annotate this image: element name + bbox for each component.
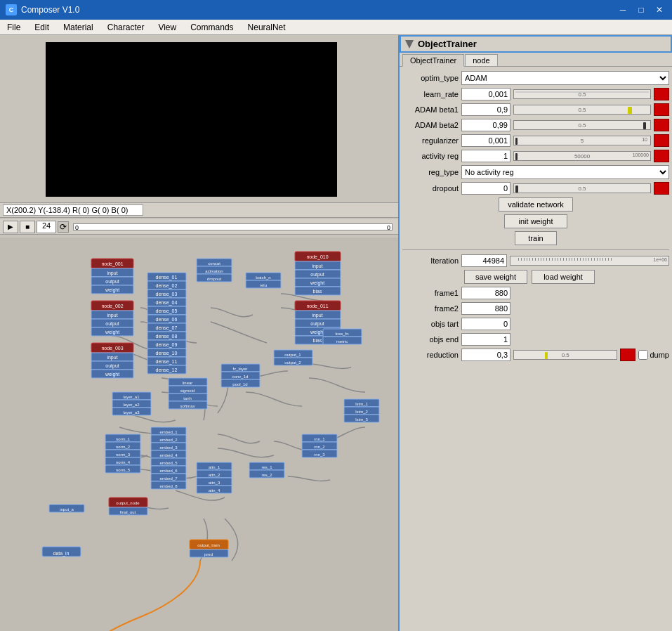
- menu-edit[interactable]: Edit: [27, 20, 56, 34]
- dropout-input[interactable]: [461, 182, 510, 195]
- reduction-slider[interactable]: 0.5: [513, 350, 617, 360]
- train-button[interactable]: train: [515, 231, 557, 245]
- frame2-label: frame2: [402, 304, 459, 313]
- reg-type-label: reg_type: [402, 168, 459, 176]
- regularizer-label: regularizer: [402, 136, 459, 145]
- reduction-input[interactable]: [461, 349, 510, 361]
- svg-text:dense_06: dense_06: [156, 317, 178, 323]
- regularizer-waveform-btn[interactable]: [654, 134, 669, 147]
- svg-text:dense_03: dense_03: [156, 292, 178, 297]
- svg-text:loss_fn: loss_fn: [335, 332, 348, 336]
- adam-beta2-input[interactable]: [461, 119, 510, 131]
- optim-type-select[interactable]: ADAM SGD RMSProp: [461, 71, 669, 85]
- svg-text:embed_7: embed_7: [159, 476, 178, 481]
- svg-text:embed_2: embed_2: [159, 438, 178, 442]
- adam-beta1-waveform-btn[interactable]: [654, 103, 669, 116]
- menu-commands[interactable]: Commands: [183, 20, 240, 34]
- activity-reg-waveform-btn[interactable]: [654, 150, 669, 162]
- timeline-bar[interactable]: 0 0: [73, 223, 393, 230]
- frame1-input[interactable]: [461, 287, 510, 299]
- activity-reg-input[interactable]: [461, 150, 510, 162]
- svg-text:output_node: output_node: [116, 501, 140, 505]
- svg-text:embed_5: embed_5: [159, 461, 178, 465]
- save-weight-button[interactable]: save weight: [464, 270, 527, 284]
- minimize-button[interactable]: ─: [616, 3, 630, 17]
- viewport[interactable]: [46, 42, 337, 197]
- svg-text:node_011: node_011: [306, 304, 328, 309]
- adam-beta2-slider[interactable]: 0.5: [513, 120, 651, 130]
- tab-node[interactable]: node: [465, 54, 497, 66]
- svg-text:output: output: [310, 321, 324, 327]
- svg-text:pred: pred: [204, 552, 213, 557]
- frame2-input[interactable]: [461, 302, 510, 315]
- objs-end-input[interactable]: [461, 333, 510, 346]
- optim-type-label: optim_type: [402, 74, 459, 82]
- learn-rate-input[interactable]: [461, 88, 510, 100]
- reg-type-row: reg_type No activity reg L1 L2 L1_L2: [402, 165, 669, 179]
- svg-text:embed_4: embed_4: [159, 453, 178, 457]
- svg-text:dense_09: dense_09: [156, 342, 178, 348]
- svg-text:res_1: res_1: [261, 465, 272, 469]
- svg-text:dropout: dropout: [207, 277, 222, 281]
- close-button[interactable]: ✕: [652, 3, 666, 17]
- menu-bar: File Edit Material Character View Comman…: [0, 20, 672, 35]
- iteration-row: Iteration 1e+06: [402, 254, 669, 267]
- stop-button[interactable]: ■: [20, 221, 35, 233]
- init-weight-button[interactable]: init weight: [504, 214, 567, 228]
- adam-beta1-input[interactable]: [461, 103, 510, 116]
- iteration-slider[interactable]: 1e+06: [510, 256, 669, 266]
- tab-objecttrainer[interactable]: ObjectTrainer: [402, 54, 464, 67]
- dropout-waveform-btn[interactable]: [654, 182, 669, 195]
- svg-text:softmax: softmax: [180, 404, 195, 408]
- dropout-slider[interactable]: 0.5: [513, 183, 651, 193]
- right-panel: ObjectTrainer ObjectTrainer node optim_t…: [398, 35, 672, 631]
- regularizer-slider[interactable]: 5 10: [513, 136, 651, 145]
- menu-material[interactable]: Material: [56, 20, 100, 34]
- panel-collapse-arrow[interactable]: [405, 40, 414, 48]
- objs-tart-label: objs tart: [402, 320, 459, 328]
- menu-neuralnet[interactable]: NeuralNet: [241, 20, 293, 34]
- svg-text:tanh: tanh: [183, 396, 192, 401]
- menu-file[interactable]: File: [0, 20, 27, 34]
- svg-text:bias: bias: [313, 338, 322, 343]
- reg-type-select[interactable]: No activity reg L1 L2 L1_L2: [461, 165, 669, 179]
- svg-text:dense_10: dense_10: [156, 351, 178, 356]
- dump-checkbox[interactable]: [638, 350, 648, 360]
- svg-text:norm_4: norm_4: [116, 460, 131, 464]
- frame-number[interactable]: 24: [37, 221, 56, 233]
- learn-rate-waveform-btn[interactable]: [654, 88, 669, 100]
- svg-text:layer_a3: layer_a3: [123, 410, 140, 415]
- validate-network-button[interactable]: validate network: [499, 197, 573, 212]
- menu-view[interactable]: View: [151, 20, 183, 34]
- play-button[interactable]: ▶: [3, 221, 18, 233]
- activity-reg-slider[interactable]: 50000 100000: [513, 151, 651, 161]
- svg-text:input: input: [107, 355, 117, 360]
- panel-tabs: ObjectTrainer node: [400, 53, 672, 67]
- iteration-input[interactable]: [461, 254, 507, 267]
- node-graph[interactable]: node_001 input output weight node_002 in…: [0, 238, 398, 631]
- dump-label: dump: [638, 350, 669, 360]
- load-weight-button[interactable]: load weight: [532, 270, 595, 284]
- timeline-start: 0: [75, 224, 79, 231]
- objs-tart-row: objs tart: [402, 318, 669, 330]
- reduction-waveform-btn[interactable]: [620, 349, 635, 361]
- svg-text:lstm_3: lstm_3: [355, 417, 368, 422]
- loop-button[interactable]: ⟳: [58, 221, 69, 233]
- coordinates-text: X(200.2) Y(-138.4) R( 0) G( 0) B( 0): [3, 204, 143, 216]
- objs-tart-input[interactable]: [461, 318, 510, 330]
- adam-beta1-row: ADAM beta1 0.5: [402, 103, 669, 116]
- left-panel: X(200.2) Y(-138.4) R( 0) G( 0) B( 0) ▶ ■…: [0, 35, 398, 631]
- svg-text:layer_a1: layer_a1: [123, 395, 140, 399]
- svg-text:node_003: node_003: [101, 346, 123, 351]
- svg-text:weight: weight: [105, 330, 119, 335]
- maximize-button[interactable]: □: [634, 3, 648, 17]
- adam-beta2-waveform-btn[interactable]: [654, 119, 669, 131]
- regularizer-input[interactable]: [461, 134, 510, 147]
- svg-text:norm_2: norm_2: [116, 445, 131, 449]
- learn-rate-slider[interactable]: 0.5: [513, 89, 651, 99]
- menu-character[interactable]: Character: [100, 20, 152, 34]
- adam-beta1-slider[interactable]: 0.5: [513, 105, 651, 115]
- svg-text:final_out: final_out: [120, 510, 136, 514]
- svg-text:embed_8: embed_8: [159, 484, 178, 488]
- svg-text:output_1: output_1: [284, 353, 301, 357]
